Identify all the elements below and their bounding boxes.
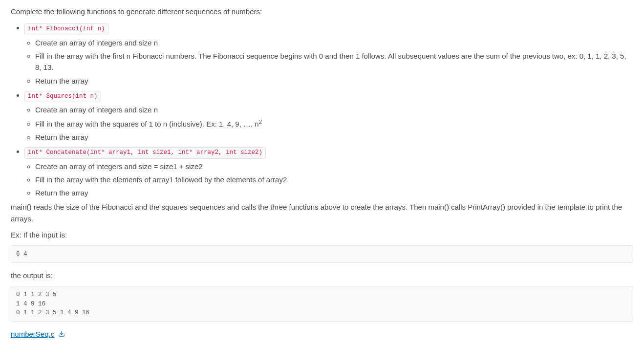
download-icon[interactable] — [58, 330, 65, 341]
steps-concatenate: Create an array of integers and size = s… — [24, 161, 633, 199]
output-block: 0 1 1 2 3 5 1 4 9 16 0 1 1 2 3 5 1 4 9 1… — [11, 286, 633, 321]
signature-fibonacci: int* Fibonacci(int n) — [24, 23, 108, 35]
step: Create an array of integers and size n — [35, 104, 633, 115]
function-item-squares: int* Squares(int n) Create an array of i… — [24, 89, 633, 143]
steps-fibonacci: Create an array of integers and size n F… — [24, 37, 633, 86]
function-list: int* Fibonacci(int n) Create an array of… — [11, 22, 633, 198]
example-output-lead: the output is: — [11, 270, 633, 281]
function-item-concatenate: int* Concatenate(int* array1, int size1,… — [24, 146, 633, 198]
step: Fill in the array with the first n Fibon… — [35, 50, 633, 73]
steps-squares: Create an array of integers and size n F… — [24, 104, 633, 143]
step: Fill in the array with the squares of 1 … — [35, 118, 633, 130]
step: Create an array of integers and size = s… — [35, 161, 633, 172]
step: Fill in the array with the elements of a… — [35, 174, 633, 185]
exponent: 2 — [259, 119, 262, 125]
step: Return the array — [35, 75, 633, 86]
step: Return the array — [35, 131, 633, 143]
file-attachment: numberSeq.c — [11, 328, 633, 341]
example-input-lead: Ex: If the input is: — [11, 229, 633, 240]
step: Return the array — [35, 187, 633, 198]
signature-concatenate: int* Concatenate(int* array1, int size1,… — [24, 147, 266, 159]
function-item-fibonacci: int* Fibonacci(int n) Create an array of… — [24, 22, 633, 86]
file-link[interactable]: numberSeq.c — [11, 330, 54, 338]
intro-text: Complete the following functions to gene… — [11, 6, 633, 17]
signature-squares: int* Squares(int n) — [24, 91, 101, 103]
step: Create an array of integers and size n — [35, 37, 633, 48]
main-description: main() reads the size of the Fibonacci a… — [11, 201, 633, 224]
input-block: 6 4 — [11, 245, 633, 263]
